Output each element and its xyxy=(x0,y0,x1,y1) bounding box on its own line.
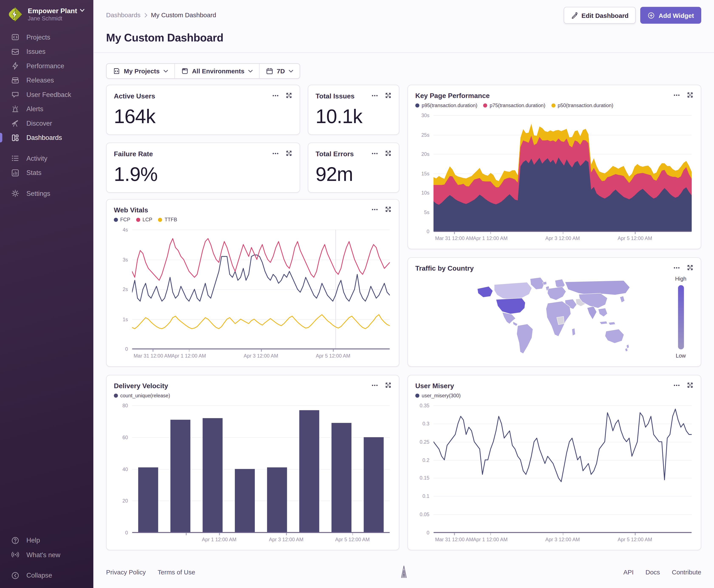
map-scale-low-label: Low xyxy=(676,353,686,359)
widget-menu-button[interactable] xyxy=(673,264,680,271)
world-map[interactable]: High Low xyxy=(415,272,693,362)
world-map-svg xyxy=(468,272,641,362)
broadcast-icon xyxy=(11,550,20,559)
expand-icon[interactable] xyxy=(385,206,392,213)
sidebar-item-projects[interactable]: Projects xyxy=(0,30,93,44)
widget-menu-button[interactable] xyxy=(673,382,680,389)
sidebar-item-issues[interactable]: Issues xyxy=(0,44,93,59)
web-vitals-widget: Web Vitals FCPLCPTTFB 01s2s3s4sMar 31 12… xyxy=(106,199,399,367)
traffic-by-country-widget: Traffic by Country xyxy=(408,257,701,367)
collapse-icon xyxy=(11,571,20,580)
chevron-down-icon xyxy=(80,9,85,12)
widget-menu-button[interactable] xyxy=(371,92,378,99)
key-page-performance-chart[interactable]: 05s10s15s20s25s30sMar 31 12:00 AMApr 1 1… xyxy=(415,112,693,244)
widget-menu-button[interactable] xyxy=(673,92,680,99)
project-filter-icon xyxy=(113,67,120,75)
releases-icon xyxy=(11,76,20,85)
widget-menu-button[interactable] xyxy=(272,150,279,157)
widget-title: Active Users xyxy=(114,92,155,100)
environment-filter[interactable]: All Environments xyxy=(175,64,259,79)
user-feedback-icon xyxy=(11,90,20,99)
legend-item[interactable]: p75(transaction.duration) xyxy=(483,103,545,108)
sidebar-item-discover[interactable]: Discover xyxy=(0,116,93,130)
calendar-icon xyxy=(266,67,273,75)
sidebar-item-user-feedback[interactable]: User Feedback xyxy=(0,87,93,102)
add-widget-label: Add Widget xyxy=(658,12,694,19)
legend-item[interactable]: LCP xyxy=(136,217,152,222)
legend-item[interactable]: TTFB xyxy=(158,217,177,222)
widget-title: User Misery xyxy=(415,382,454,390)
sidebar-item-label: Help xyxy=(26,537,40,544)
widget-title: Web Vitals xyxy=(114,206,148,214)
widget-title: Key Page Performance xyxy=(415,92,490,99)
expand-icon[interactable] xyxy=(385,382,392,389)
date-range-filter[interactable]: 7D xyxy=(259,64,299,79)
alerts-icon xyxy=(11,105,20,113)
org-switcher[interactable]: Empower Plant Jane Schmidt xyxy=(0,0,93,27)
sidebar-item-alerts[interactable]: Alerts xyxy=(0,102,93,116)
sidebar-item-label: Collapse xyxy=(26,572,52,579)
sidebar-item-dashboards[interactable]: Dashboards xyxy=(0,130,93,145)
terms-of-use-link[interactable]: Terms of Use xyxy=(158,568,195,576)
environment-filter-icon xyxy=(181,67,188,75)
legend-dot xyxy=(415,393,419,397)
privacy-policy-link[interactable]: Privacy Policy xyxy=(106,568,146,576)
expand-icon[interactable] xyxy=(687,382,693,389)
expand-icon[interactable] xyxy=(687,264,693,271)
chart-legend: user_misery(300) xyxy=(415,393,693,398)
legend-item[interactable]: user_misery(300) xyxy=(415,393,460,398)
date-range-label: 7D xyxy=(277,67,285,75)
legend-dot xyxy=(114,393,118,397)
sidebar-item-releases[interactable]: Releases xyxy=(0,73,93,88)
sidebar-item-label: Activity xyxy=(26,155,47,162)
stat-value: 1.9% xyxy=(114,163,293,185)
filter-bar: My Projects All Environments 7D xyxy=(106,63,300,79)
breadcrumb-current: My Custom Dashboard xyxy=(151,12,216,19)
legend-item[interactable]: count_unique(release) xyxy=(114,393,170,398)
sidebar-item-label: What's new xyxy=(26,551,60,558)
stat-value: 92m xyxy=(316,163,392,185)
user-misery-chart[interactable]: 00.050.10.150.20.250.30.35Mar 31 12:00 A… xyxy=(415,402,693,545)
widget-menu-button[interactable] xyxy=(371,150,378,157)
expand-icon[interactable] xyxy=(687,92,693,99)
breadcrumb-dashboards-link[interactable]: Dashboards xyxy=(106,12,140,19)
edit-dashboard-button[interactable]: Edit Dashboard xyxy=(564,7,636,24)
contribute-link[interactable]: Contribute xyxy=(672,568,701,576)
sidebar-item-help[interactable]: Help xyxy=(0,533,93,548)
sidebar-item-collapse[interactable]: Collapse xyxy=(0,568,93,583)
widget-menu-button[interactable] xyxy=(371,206,378,213)
expand-icon[interactable] xyxy=(385,92,392,99)
active-users-widget: Active Users 164k xyxy=(106,85,300,135)
legend-dot xyxy=(415,103,419,107)
plus-circle-icon xyxy=(648,12,655,19)
sidebar-item-label: Releases xyxy=(26,77,54,84)
expand-icon[interactable] xyxy=(385,150,392,157)
org-name: Empower Plant xyxy=(28,6,77,15)
map-scale-legend: High Low xyxy=(671,275,691,359)
sidebar-item-stats[interactable]: Stats xyxy=(0,166,93,180)
stats-icon xyxy=(11,168,20,177)
projects-icon xyxy=(11,33,20,42)
sidebar-item-activity[interactable]: Activity xyxy=(0,151,93,166)
docs-link[interactable]: Docs xyxy=(646,568,660,576)
legend-item[interactable]: p95(transaction.duration) xyxy=(415,103,477,108)
legend-item[interactable]: FCP xyxy=(114,217,130,222)
widget-title: Traffic by Country xyxy=(415,264,474,272)
add-widget-button[interactable]: Add Widget xyxy=(641,7,701,24)
sidebar-item-performance[interactable]: Performance xyxy=(0,59,93,73)
widget-menu-button[interactable] xyxy=(272,92,279,99)
sidebar-item-whats-new[interactable]: What's new xyxy=(0,548,93,562)
project-filter[interactable]: My Projects xyxy=(106,64,174,79)
web-vitals-chart[interactable]: 01s2s3s4sMar 31 12:00 AMApr 1 12:00 AMAp… xyxy=(114,226,392,362)
api-link[interactable]: API xyxy=(623,568,633,576)
delivery-velocity-chart[interactable]: 020406080Apr 1 12:00 AMApr 3 12:00 AMApr… xyxy=(114,402,392,545)
sidebar-item-settings[interactable]: Settings xyxy=(0,186,93,201)
widget-menu-button[interactable] xyxy=(371,382,378,389)
expand-icon[interactable] xyxy=(286,92,293,99)
chart-legend: count_unique(release) xyxy=(114,393,392,398)
widget-title: Delivery Velocity xyxy=(114,382,168,390)
legend-dot xyxy=(136,217,140,222)
sidebar-item-label: Settings xyxy=(26,190,50,197)
expand-icon[interactable] xyxy=(286,150,293,157)
legend-item[interactable]: p50(transaction.duration) xyxy=(551,103,613,108)
